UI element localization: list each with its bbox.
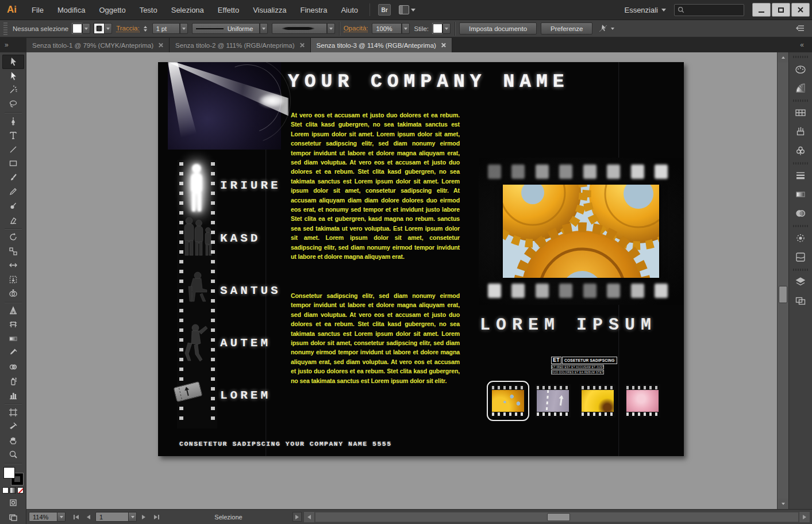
menu-testo[interactable]: Testo [133,0,164,20]
menu-visualizza[interactable]: Visualizza [246,0,293,20]
thumbnail-rose[interactable] [625,384,660,418]
horizontal-scroll-track[interactable] [315,512,799,522]
opacity-value[interactable]: 100% [372,23,402,34]
color-mode-button[interactable] [2,487,9,494]
dock-grip[interactable] [793,100,808,102]
selection-tool[interactable] [2,55,24,69]
graphic-styles-panel-button[interactable] [789,247,812,266]
symbol-sprayer-tool[interactable] [2,374,24,388]
free-transform-tool[interactable] [2,272,24,286]
next-artboard-button[interactable] [138,512,149,522]
type-tool[interactable] [2,128,24,143]
paintbrush-tool[interactable] [2,170,24,185]
arrange-documents-button[interactable] [399,5,415,14]
minimize-button[interactable] [752,3,771,17]
tab-senza-titolo-3[interactable]: Senza titolo-3 @ 114% (RGB/Anteprima) [311,38,452,52]
mesh-tool[interactable] [2,318,24,332]
perspective-grid-tool[interactable] [2,304,24,318]
dock-grip[interactable] [793,162,808,165]
horizontal-scroll-thumb[interactable] [547,513,570,521]
gradient-mode-button[interactable] [10,487,16,494]
dock-collapse-icon[interactable]: « [800,41,812,49]
none-mode-button[interactable] [17,487,24,494]
rotate-tool[interactable] [2,230,24,244]
menu-modifica[interactable]: Modifica [51,0,92,20]
search-input[interactable] [684,6,736,13]
scroll-down-button[interactable] [778,499,788,509]
menu-effetto[interactable]: Effetto [211,0,246,20]
pen-tool[interactable] [2,114,24,128]
control-bar-grip[interactable] [3,22,7,35]
artboards-panel-button[interactable] [789,291,812,310]
artboard-tool[interactable] [2,405,24,419]
scroll-right-button[interactable] [799,512,810,522]
menu-oggetto[interactable]: Oggetto [92,0,132,20]
status-menu-button[interactable] [293,512,302,522]
transparency-panel-button[interactable] [789,204,812,223]
direct-selection-tool[interactable] [2,69,24,83]
scroll-left-button[interactable] [304,512,314,522]
fill-color-control[interactable] [72,23,90,34]
search-box[interactable] [674,4,744,16]
dock-grip[interactable] [793,56,808,58]
stroke-weight-control[interactable]: 1 pt [152,23,188,34]
close-button[interactable] [791,3,810,17]
graphic-style-control[interactable] [433,23,451,34]
eraser-tool[interactable] [2,213,24,227]
tab-senza-titolo-1[interactable]: Senza titolo-1 @ 79% (CMYK/Anteprima) [26,38,170,52]
zoom-level-field[interactable]: 114% [29,512,57,522]
blob-brush-tool[interactable] [2,199,24,213]
dock-grip[interactable] [793,225,808,227]
maximize-button[interactable] [772,3,790,17]
gradient-tool[interactable] [2,332,24,346]
toolbar-expand-icon[interactable]: » [0,41,26,49]
tab-close-icon[interactable] [158,43,163,48]
magic-wand-tool[interactable] [2,83,24,97]
fill-color-box[interactable] [3,467,15,479]
scale-tool[interactable] [2,244,24,258]
artboard-number-field[interactable]: 1 [95,512,129,522]
style-swatch[interactable] [433,24,442,33]
tab-close-icon[interactable] [441,43,446,48]
opacity-panel-link[interactable]: Opacità: [344,25,368,32]
bridge-button[interactable]: Br [378,4,391,16]
width-profile-control[interactable]: Uniforme [192,23,268,34]
last-artboard-button[interactable] [151,512,162,522]
line-segment-tool[interactable] [2,142,24,156]
menu-finestra[interactable]: Finestra [293,0,334,20]
stroke-weight-stepper[interactable] [144,26,147,32]
dock-grip[interactable] [793,269,808,271]
pencil-tool[interactable] [2,185,24,199]
preferences-button[interactable]: Preferenze [541,22,592,35]
slice-tool[interactable] [2,419,24,434]
blend-tool[interactable] [2,360,24,374]
layers-panel-button[interactable] [789,272,812,291]
artboard[interactable]: YOUR COMPANY NAME At vero eos et accusam… [158,62,684,456]
tab-senza-titolo-2[interactable]: Senza titolo-2 @ 111% (RGB/Anteprima) [170,38,310,52]
swatches-panel-button[interactable] [789,103,812,122]
brush-definition-control[interactable] [272,23,335,34]
hand-tool[interactable] [2,434,24,448]
panel-menu-icon[interactable] [796,25,805,33]
tab-close-icon[interactable] [299,43,305,48]
eyedropper-tool[interactable] [2,346,24,360]
thumbnail-sunflower[interactable] [580,384,615,418]
stroke-panel-button[interactable] [789,166,812,185]
lasso-tool[interactable] [2,97,24,112]
vertical-scroll-track[interactable] [778,63,788,499]
vertical-scroll-thumb[interactable] [779,286,787,303]
shape-builder-tool[interactable] [2,286,24,301]
artboard-number-control[interactable]: 1 [95,512,137,522]
brushes-panel-button[interactable] [789,122,812,141]
appearance-panel-button[interactable] [789,228,812,247]
opacity-control[interactable]: 100% [372,23,410,34]
vertical-scrollbar[interactable] [777,52,788,509]
select-similar-control[interactable] [599,24,614,33]
color-panel-button[interactable] [789,59,812,78]
zoom-control[interactable]: 114% [29,512,66,522]
color-guide-panel-button[interactable] [789,78,812,97]
stroke-weight-value[interactable]: 1 pt [152,23,180,34]
scroll-up-button[interactable] [778,52,788,63]
stroke-panel-link[interactable]: Traccia: [116,25,139,32]
menu-file[interactable]: File [25,0,51,20]
